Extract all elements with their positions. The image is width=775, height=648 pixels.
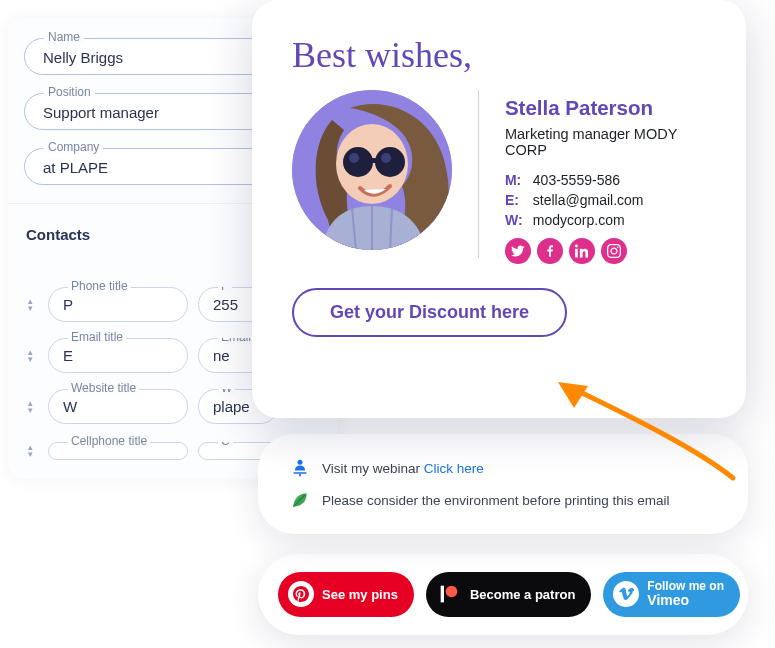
pinterest-icon: [288, 581, 314, 607]
vimeo-label: Follow me on Vimeo: [647, 580, 724, 609]
name-label: Name: [44, 30, 84, 44]
cell-title-label: Cellphone title: [68, 434, 150, 448]
patreon-button[interactable]: Become a patron: [426, 572, 591, 617]
signature-name: Stella Paterson: [505, 96, 706, 120]
cell-value-label: C: [218, 442, 233, 448]
website-title-field: Website title W: [48, 389, 188, 424]
signature-preview-card: Best wishes,: [252, 0, 746, 418]
svg-point-3: [343, 147, 373, 177]
webinar-text: Visit my webinar: [322, 461, 420, 476]
vimeo-icon: [613, 581, 639, 607]
twitter-icon[interactable]: [505, 238, 531, 264]
svg-rect-5: [370, 158, 378, 163]
svg-point-6: [349, 153, 359, 163]
vimeo-button[interactable]: Follow me on Vimeo: [603, 572, 740, 617]
signature-greeting: Best wishes,: [292, 34, 706, 76]
avatar: [292, 90, 452, 250]
patreon-icon: [436, 581, 462, 607]
web-label: W:: [505, 212, 529, 228]
mobile-value: 403-5559-586: [533, 172, 620, 188]
signature-web: W: modycorp.com: [505, 212, 706, 228]
email-value: stella@gmail.com: [533, 192, 644, 208]
website-value-label: W: [218, 389, 235, 395]
eco-text: Please consider the environment before p…: [322, 493, 669, 508]
webinar-row: Visit my webinar Click here: [290, 458, 716, 478]
website-title-label: Website title: [68, 381, 139, 395]
webinar-link[interactable]: Click here: [424, 461, 484, 476]
email-title-label: Email title: [68, 330, 126, 344]
company-label: Company: [44, 140, 103, 154]
avatar-image: [292, 90, 452, 250]
cell-title-field: Cellphone title: [48, 442, 188, 460]
phone-title-label: Phone title: [68, 279, 131, 293]
signature-title: Marketing manager MODY CORP: [505, 126, 706, 158]
facebook-icon[interactable]: [537, 238, 563, 264]
phone-title-field: Phone title P: [48, 287, 188, 322]
pinterest-button[interactable]: See my pins: [278, 572, 414, 617]
reorder-handle-icon[interactable]: ▴▾: [22, 396, 38, 418]
svg-point-7: [381, 153, 391, 163]
social-icons: [505, 238, 706, 264]
web-value: modycorp.com: [533, 212, 625, 228]
presenter-icon: [290, 458, 310, 478]
position-label: Position: [44, 85, 95, 99]
svg-point-9: [298, 460, 303, 465]
cta-button[interactable]: Get your Discount here: [292, 288, 567, 337]
instagram-icon[interactable]: [601, 238, 627, 264]
email-value-label: Email: [218, 338, 254, 344]
vertical-divider: [478, 90, 479, 258]
leaf-icon: [290, 490, 310, 510]
social-pill-bar: See my pins Become a patron Follow me on…: [258, 554, 748, 635]
mobile-label: M:: [505, 172, 529, 188]
svg-point-13: [446, 586, 458, 598]
eco-row: Please consider the environment before p…: [290, 490, 716, 510]
email-label: E:: [505, 192, 529, 208]
reorder-handle-icon[interactable]: ▴▾: [22, 345, 38, 367]
patreon-label: Become a patron: [470, 587, 575, 602]
signature-body: Stella Paterson Marketing manager MODY C…: [292, 90, 706, 264]
signature-email: E: stella@gmail.com: [505, 192, 706, 208]
svg-rect-12: [441, 586, 444, 603]
svg-rect-11: [299, 474, 301, 477]
pinterest-label: See my pins: [322, 587, 398, 602]
reorder-handle-icon[interactable]: ▴▾: [22, 294, 38, 316]
signature-mobile: M: 403-5559-586: [505, 172, 706, 188]
signature-info: Stella Paterson Marketing manager MODY C…: [505, 90, 706, 264]
email-title-field: Email title E: [48, 338, 188, 373]
svg-rect-10: [293, 472, 306, 474]
reorder-handle-icon[interactable]: ▴▾: [22, 440, 38, 462]
svg-point-4: [375, 147, 405, 177]
linkedin-icon[interactable]: [569, 238, 595, 264]
messages-card: Visit my webinar Click here Please consi…: [258, 434, 748, 534]
phone-value-label: P: [218, 287, 232, 293]
